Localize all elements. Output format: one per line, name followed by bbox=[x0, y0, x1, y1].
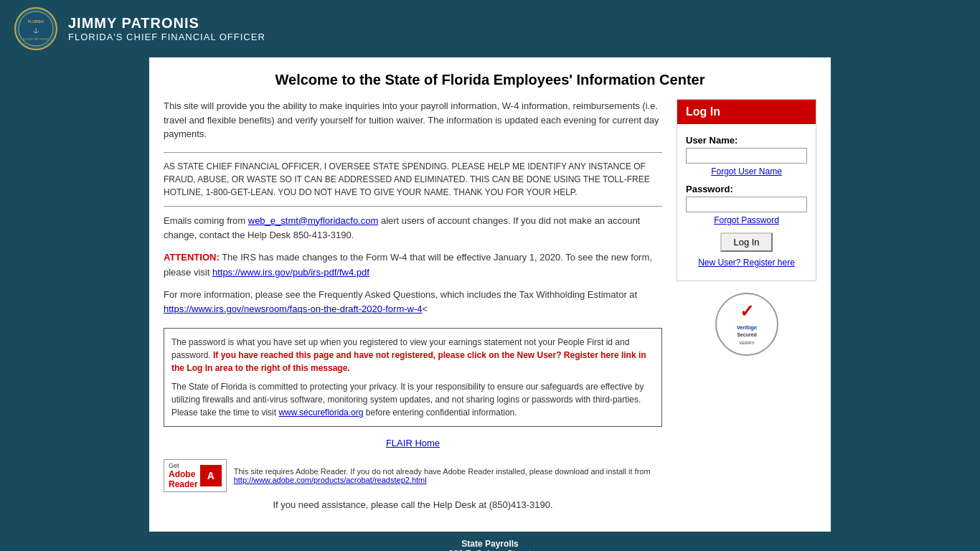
login-button-row: Log In bbox=[686, 232, 807, 252]
header-text-block: JIMMY PATRONIS FLORIDA'S CHIEF FINANCIAL… bbox=[68, 15, 265, 42]
new-user-link-inline[interactable]: New User? Register here bbox=[517, 350, 619, 360]
svg-text:FLORIDA: FLORIDA bbox=[28, 19, 44, 24]
adobe-logo: Get AdobeReader A bbox=[164, 459, 227, 492]
faq-text: For more information, please see the Fre… bbox=[164, 289, 637, 300]
right-column: Log In User Name: Forgot User Name Passw… bbox=[677, 99, 816, 517]
login-body: User Name: Forgot User Name Password: Fo… bbox=[677, 131, 816, 281]
login-box: Log In User Name: Forgot User Name Passw… bbox=[677, 99, 816, 281]
intro-text: This site will provide you the ability t… bbox=[164, 99, 662, 141]
fraud-notice: AS STATE CHIEF FINANCIAL OFFICER, I OVER… bbox=[164, 160, 662, 199]
secure-florida-link[interactable]: www.secureflorida.org bbox=[278, 408, 363, 418]
username-label: User Name: bbox=[686, 135, 807, 146]
svg-text:VeriSign: VeriSign bbox=[736, 325, 756, 331]
verisign-container: ✓ VeriSign Secured VERIFY bbox=[715, 292, 779, 357]
site-header: FLORIDA ⚓ IN GOD WE TRUST JIMMY PATRONIS… bbox=[0, 0, 980, 57]
verisign-seal-svg: ✓ VeriSign Secured VERIFY bbox=[715, 292, 779, 357]
site-footer: State Payrolls 200 E. Gaines Street Tall… bbox=[0, 532, 980, 551]
login-header: Log In bbox=[677, 100, 816, 124]
password-info-box: The password is what you have set up whe… bbox=[164, 328, 662, 427]
state-seal-logo: FLORIDA ⚓ IN GOD WE TRUST bbox=[14, 7, 57, 50]
email-notice: Emails coming from web_e_stmt@myfloridac… bbox=[164, 214, 662, 244]
flair-home-link[interactable]: FLAIR Home bbox=[386, 438, 440, 448]
svg-text:Secured: Secured bbox=[737, 332, 757, 337]
privacy-text: The State of Florida is committed to pro… bbox=[171, 380, 654, 419]
divider-1 bbox=[164, 152, 662, 153]
adobe-text-content: This site requires Adobe Reader. If you … bbox=[234, 467, 651, 476]
page-title: Welcome to the State of Florida Employee… bbox=[164, 72, 816, 88]
svg-text:⚓: ⚓ bbox=[33, 27, 39, 34]
password-label: Password: bbox=[686, 184, 807, 194]
adobe-link[interactable]: http://www.adobe.com/products/acrobat/re… bbox=[234, 476, 427, 484]
faq-suffix: < bbox=[423, 303, 428, 314]
password-input[interactable] bbox=[686, 197, 807, 212]
password-field: Password: bbox=[686, 184, 807, 212]
attention-notice: ATTENTION: The IRS has made changes to t… bbox=[164, 250, 662, 281]
verisign-badge: ✓ VeriSign Secured VERIFY bbox=[677, 292, 816, 357]
username-input[interactable] bbox=[686, 148, 807, 164]
officer-title: FLORIDA'S CHIEF FINANCIAL OFFICER bbox=[68, 32, 265, 42]
privacy-text-2: before entering confidential information… bbox=[363, 408, 517, 418]
username-field: User Name: bbox=[686, 135, 807, 164]
adobe-text: This site requires Adobe Reader. If you … bbox=[234, 467, 662, 484]
left-column: This site will provide you the ability t… bbox=[164, 99, 662, 517]
irs-w4-link[interactable]: https://www.irs.gov/pub/irs-pdf/fw4.pdf bbox=[212, 267, 369, 278]
adobe-section: Get AdobeReader A This site requires Ado… bbox=[164, 459, 662, 492]
password-box-red-text: If you have reached this page and have n… bbox=[213, 350, 517, 360]
login-button[interactable]: Log In bbox=[720, 232, 772, 252]
svg-text:✓: ✓ bbox=[740, 301, 754, 321]
email-notice-pre: Emails coming from bbox=[164, 215, 248, 226]
divider-2 bbox=[164, 206, 662, 207]
officer-name: JIMMY PATRONIS bbox=[68, 15, 265, 32]
content-area: This site will provide you the ability t… bbox=[164, 99, 816, 517]
forgot-username-link[interactable]: Forgot User Name bbox=[686, 166, 807, 176]
new-user-register-link[interactable]: New User? Register here bbox=[686, 258, 807, 268]
faq-notice: For more information, please see the Fre… bbox=[164, 288, 662, 318]
footer-line1: State Payrolls bbox=[7, 539, 973, 549]
main-content: Welcome to the State of Florida Employee… bbox=[149, 57, 831, 532]
forgot-password-link[interactable]: Forgot Password bbox=[686, 215, 807, 225]
adobe-logo-container: Get AdobeReader bbox=[169, 462, 198, 489]
faq-link[interactable]: https://www.irs.gov/newsroom/faqs-on-the… bbox=[164, 303, 423, 314]
svg-text:IN GOD WE TRUST: IN GOD WE TRUST bbox=[23, 37, 50, 41]
svg-text:VERIFY: VERIFY bbox=[739, 341, 755, 345]
flair-home-section: FLAIR Home bbox=[164, 438, 662, 448]
helpdesk-text: If you need assistance, please call the … bbox=[164, 499, 662, 510]
email-link[interactable]: web_e_stmt@myfloridacfo.com bbox=[248, 215, 379, 226]
adobe-icon: A bbox=[200, 465, 222, 486]
attention-label: ATTENTION: bbox=[164, 252, 220, 263]
